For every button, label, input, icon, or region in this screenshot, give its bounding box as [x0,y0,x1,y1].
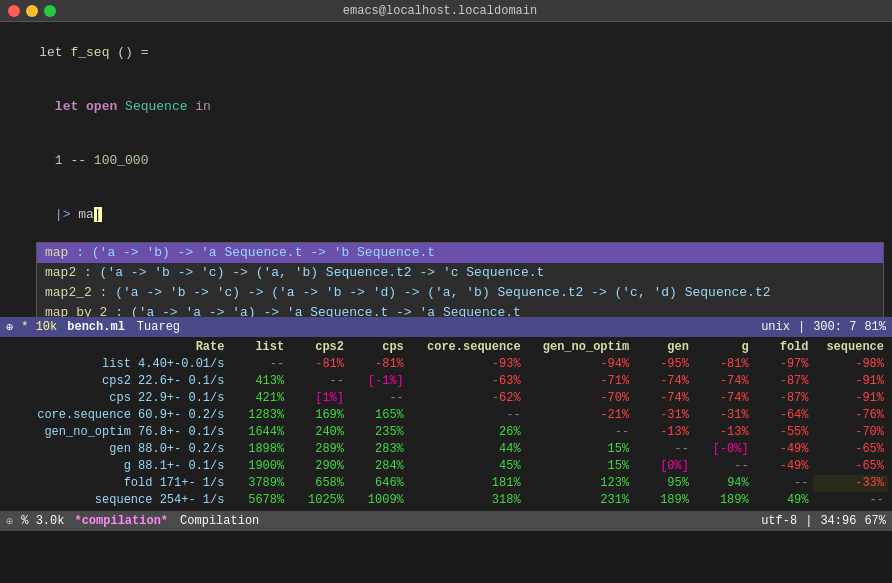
header-core-sequence: core.sequence [408,339,525,356]
header-fold: fold [753,339,813,356]
row-label-cps: cps 22.9+- 0.1/s [4,390,228,407]
cell-cps2-core: -63% [408,373,525,390]
close-button[interactable] [8,5,20,17]
cell-genno-fold: -55% [753,424,813,441]
cell-core-list: 1283% [228,407,288,424]
table-row: cps2 22.6+- 0.1/s 413% -- [-1%] -63% -71… [4,373,888,390]
autocomplete-popup[interactable]: map : ('a -> 'b) -> 'a Sequence.t -> 'b … [36,242,884,317]
cell-core-gen: -31% [633,407,693,424]
cell-seq-gen: 189% [633,492,693,509]
cell-fold-cps2: 658% [288,475,348,492]
cell-cps-list: 421% [228,390,288,407]
cell-seq-g: 189% [693,492,753,509]
cell-core-gen-no: -21% [525,407,634,424]
code-line-3: 1 -- 100_000 [8,134,884,188]
cell-seq-genno: 231% [525,492,634,509]
header-gen-no-optim: gen_no_optim [525,339,634,356]
cell-cps2-g: -74% [693,373,753,390]
cell-fold-g: 94% [693,475,753,492]
cell-genno-core: 26% [408,424,525,441]
table-row: sequence 254+- 1/s 5678% 1025% 1009% 318… [4,492,888,509]
autocomplete-item-map-by-2[interactable]: map_by_2 : ('a -> 'a -> 'a) -> 'a Sequen… [37,303,883,317]
cell-cps2-list: 413% [228,373,288,390]
cell-cps-fold: -87% [753,390,813,407]
autocomplete-item-map2[interactable]: map2 : ('a -> 'b -> 'c) -> ('a, 'b) Sequ… [37,263,883,283]
mode-line-2-filename: *compilation* [74,514,168,528]
cell-g-cps2: 290% [288,458,348,475]
mode-line-2-size: % 3.0k [21,514,64,528]
table-row: cps 22.9+- 0.1/s 421% [1%] -- -62% -70% … [4,390,888,407]
bench-table: Rate list cps2 cps core.sequence gen_no_… [4,339,888,509]
mode-line-1-filename: bench.ml [67,320,125,334]
cell-cps2-gen-no: -71% [525,373,634,390]
mode-line-1-modified: ⊕ [6,320,13,335]
cell-fold-core: 181% [408,475,525,492]
editor-area: let f_seq () = let open Sequence in 1 --… [0,22,892,317]
cell-cps-g: -74% [693,390,753,407]
mode-line-2-percent: 67% [864,514,886,528]
table-row: list 4.40+-0.01/s -- -81% -81% -93% -94%… [4,356,888,373]
row-label-g: g 88.1+- 0.1/s [4,458,228,475]
cell-fold-list: 3789% [228,475,288,492]
window-controls[interactable] [8,5,56,17]
table-row: fold 171+- 1/s 3789% 658% 646% 181% 123%… [4,475,888,492]
mode-line-2-mode: Compilation [180,514,259,528]
cell-list-cps2: -81% [288,356,348,373]
code-line-1: let f_seq () = [8,26,884,80]
code-line-4: |> ma| [8,188,884,242]
code-line-2: let open Sequence in [8,80,884,134]
autocomplete-item-selected[interactable]: map : ('a -> 'b) -> 'a Sequence.t -> 'b … [37,243,883,263]
table-row: g 88.1+- 0.1/s 1900% 290% 284% 45% 15% [… [4,458,888,475]
cell-g-core: 45% [408,458,525,475]
row-label-gen-no: gen_no_optim 76.8+- 0.1/s [4,424,228,441]
cell-core-seq: -76% [813,407,888,424]
cell-genno-list: 1644% [228,424,288,441]
window-title: emacs@localhost.localdomain [56,4,824,18]
cell-fold-fold: -- [753,475,813,492]
cell-g-seq: -65% [813,458,888,475]
cell-genno-cps: 235% [348,424,408,441]
cell-cps-cps: -- [348,390,408,407]
mode-line-2-flags: ⊕ [6,514,13,529]
mode-line-1-position: 300: 7 [813,320,856,334]
cell-list-gen: -95% [633,356,693,373]
table-row: gen_no_optim 76.8+- 0.1/s 1644% 240% 235… [4,424,888,441]
cell-gen-genno: 15% [525,441,634,458]
mode-line-2-encoding: utf-8 [761,514,797,528]
row-label-list: list 4.40+-0.01/s [4,356,228,373]
cell-fold-seq: -33% [813,475,888,492]
cell-list-seq: -98% [813,356,888,373]
mode-line-2: ⊕ % 3.0k *compilation* Compilation utf-8… [0,511,892,531]
cell-genno-cps2: 240% [288,424,348,441]
cell-seq-cps: 1009% [348,492,408,509]
row-label-core: core.sequence 60.9+- 0.2/s [4,407,228,424]
cell-genno-gen: -13% [633,424,693,441]
cell-seq-list: 5678% [228,492,288,509]
row-label-seq: sequence 254+- 1/s [4,492,228,509]
cell-gen-seq: -65% [813,441,888,458]
header-gen: gen [633,339,693,356]
cell-core-cps2: 169% [288,407,348,424]
table-row: core.sequence 60.9+- 0.2/s 1283% 169% 16… [4,407,888,424]
header-list: list [228,339,288,356]
title-bar: emacs@localhost.localdomain [0,0,892,22]
mode-line-1-right: unix | 300: 7 81% [761,320,886,334]
cell-list-cps: -81% [348,356,408,373]
cell-seq-cps2: 1025% [288,492,348,509]
mode-line-2-right: utf-8 | 34:96 67% [761,514,886,528]
minimize-button[interactable] [26,5,38,17]
cell-cps2-cps: [-1%] [348,373,408,390]
cell-g-g: -- [693,458,753,475]
cell-core-core: -- [408,407,525,424]
mode-line-1: ⊕ * 10k bench.ml Tuareg unix | 300: 7 81… [0,317,892,337]
cell-cps2-seq: -91% [813,373,888,390]
cell-core-cps: 165% [348,407,408,424]
header-rate: Rate [4,339,228,356]
cell-gen-list: 1898% [228,441,288,458]
autocomplete-item-map2-2[interactable]: map2_2 : ('a -> 'b -> 'c) -> ('a -> 'b -… [37,283,883,303]
cell-list-gen-no: -94% [525,356,634,373]
maximize-button[interactable] [44,5,56,17]
cell-cps2-gen: -74% [633,373,693,390]
cell-gen-fold: -49% [753,441,813,458]
mode-line-1-size: * 10k [21,320,57,334]
